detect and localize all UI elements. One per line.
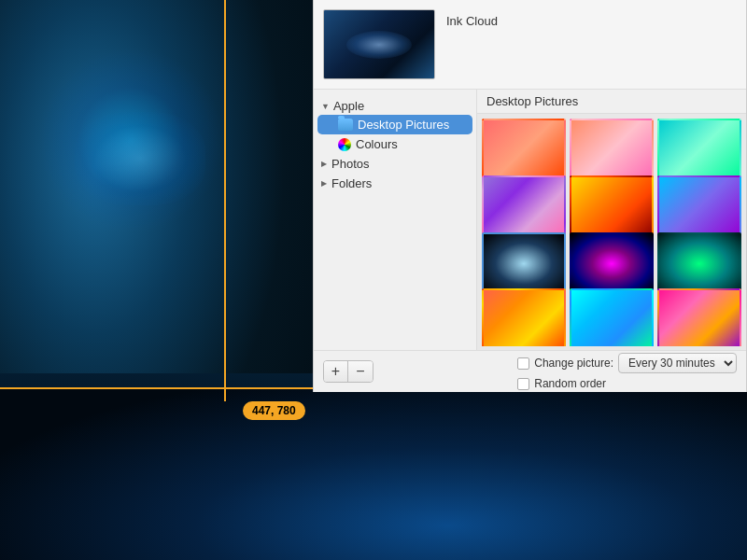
change-picture-section: Change picture: Every 30 minutes Every 5… xyxy=(517,353,737,390)
panel-body: ▼ Apple Desktop Pictures Colours ▶ Photo… xyxy=(314,90,746,350)
grid-thumb-4[interactable] xyxy=(482,175,566,239)
photos-triangle-icon: ▶ xyxy=(321,160,327,168)
coordinates-badge: 447, 780 xyxy=(243,401,305,420)
colours-icon xyxy=(338,138,351,151)
sidebar-group-apple[interactable]: ▼ Apple xyxy=(314,97,476,115)
grid-thumb-7-selected[interactable] xyxy=(482,232,566,296)
grid-thumb-9[interactable] xyxy=(657,232,741,296)
crosshair-horizontal xyxy=(0,387,317,389)
change-picture-row: Change picture: Every 30 minutes Every 5… xyxy=(517,353,737,373)
folders-triangle-icon: ▶ xyxy=(321,179,327,188)
interval-select[interactable]: Every 30 minutes Every 5 seconds Every 1… xyxy=(618,353,737,373)
preview-section: Ink Cloud xyxy=(314,0,746,90)
add-remove-buttons: + − xyxy=(323,360,374,383)
grid-container xyxy=(477,114,746,346)
preview-thumb-inner xyxy=(346,31,412,59)
grid-thumb-12[interactable] xyxy=(657,288,741,346)
grid-thumb-3[interactable] xyxy=(657,119,741,182)
random-order-checkbox[interactable] xyxy=(517,378,529,390)
remove-button[interactable]: − xyxy=(348,361,373,382)
random-order-row: Random order xyxy=(517,377,606,390)
change-picture-checkbox[interactable] xyxy=(517,357,529,370)
panel-toolbar: + − Change picture: Every 30 minutes Eve… xyxy=(314,350,746,392)
grid-thumb-5[interactable] xyxy=(570,175,654,239)
grid-thumb-1[interactable] xyxy=(482,119,566,182)
desktop-pictures-panel: Ink Cloud ▼ Apple Desktop Pictures Colou… xyxy=(313,0,747,392)
image-grid-area: Desktop Pictures xyxy=(477,90,746,350)
grid-thumb-10[interactable] xyxy=(482,288,566,346)
sidebar-item-desktop-pictures[interactable]: Desktop Pictures xyxy=(317,115,472,134)
apple-group-label: Apple xyxy=(333,99,364,113)
sidebar: ▼ Apple Desktop Pictures Colours ▶ Photo… xyxy=(314,90,477,350)
change-picture-label: Change picture: xyxy=(534,357,613,370)
grid-thumb-6[interactable] xyxy=(657,175,741,239)
grid-thumb-2[interactable] xyxy=(570,119,654,182)
apple-triangle-icon: ▼ xyxy=(321,102,330,111)
grid-thumb-8[interactable] xyxy=(570,232,654,296)
ink-glow-2 xyxy=(75,112,205,205)
crosshair-vertical xyxy=(224,0,226,401)
folders-label: Folders xyxy=(331,176,372,190)
colours-label: Colours xyxy=(356,137,398,151)
photos-label: Photos xyxy=(331,157,369,171)
folder-icon xyxy=(338,119,353,131)
preview-thumbnail xyxy=(323,9,435,79)
random-order-label: Random order xyxy=(534,377,606,390)
grid-header: Desktop Pictures xyxy=(477,90,746,114)
preview-label: Ink Cloud xyxy=(446,9,498,28)
add-button[interactable]: + xyxy=(324,361,348,382)
desktop-pictures-label: Desktop Pictures xyxy=(358,118,449,132)
sidebar-item-folders[interactable]: ▶ Folders xyxy=(314,174,476,193)
background-bottom-right xyxy=(0,387,747,560)
sidebar-item-colours[interactable]: Colours xyxy=(317,134,472,154)
sidebar-item-photos[interactable]: ▶ Photos xyxy=(314,154,476,174)
grid-thumb-11[interactable] xyxy=(570,288,654,346)
